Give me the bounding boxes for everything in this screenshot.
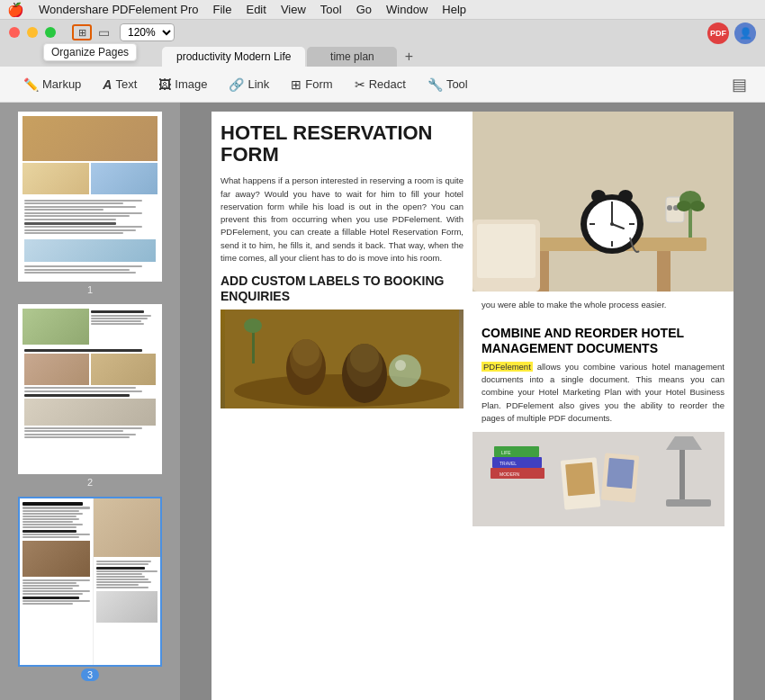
svg-rect-40 [666, 499, 711, 507]
close-button[interactable] [9, 27, 20, 38]
menu-go[interactable]: Go [356, 3, 372, 16]
svg-text:TRAVEL: TRAVEL [500, 461, 517, 466]
menu-window[interactable]: Window [386, 3, 428, 16]
text-button[interactable]: A Text [94, 74, 146, 95]
pdf-app-icon[interactable]: PDF [707, 22, 729, 44]
svg-point-26 [610, 222, 614, 226]
form-button[interactable]: ⊞ Form [282, 74, 341, 95]
menu-file[interactable]: File [213, 3, 232, 16]
svg-point-27 [591, 190, 606, 202]
right-column-text-1: you were able to make the whole process … [472, 292, 734, 319]
menu-edit[interactable]: Edit [246, 3, 266, 16]
hotel-reservation-heading: HOTEL RESERVATION FORM [220, 122, 464, 166]
apple-menu[interactable]: 🍎 [7, 2, 24, 18]
page-1-number: 1 [87, 284, 93, 295]
redact-icon: ✂ [355, 77, 365, 92]
text-icon: A [103, 77, 112, 92]
image-icon: 🖼 [158, 77, 171, 92]
svg-point-8 [389, 354, 421, 387]
app-name: Wondershare PDFelement Pro [39, 3, 199, 16]
markup-icon: ✏️ [23, 77, 39, 92]
svg-rect-47 [607, 458, 634, 489]
tool-button[interactable]: 🔧 Tool [418, 74, 477, 95]
hotel-collage-image: MODERN TRAVEL LIFE [472, 432, 724, 526]
image-button[interactable]: 🖼 Image [149, 74, 216, 95]
markup-button[interactable]: ✏️ Markup [14, 74, 90, 95]
toolbar: ✏️ Markup A Text 🖼 Image 🔗 Link ⊞ Form ✂… [0, 67, 765, 103]
menu-help[interactable]: Help [442, 3, 466, 16]
page-thumbnails-panel: 1 [0, 103, 180, 700]
pdf-right-column: you were able to make the whole process … [472, 112, 734, 700]
sidebar-toggle-button[interactable]: ▤ [728, 71, 751, 98]
alarm-clock-image [472, 112, 734, 292]
svg-rect-10 [252, 328, 255, 363]
svg-point-28 [618, 190, 633, 202]
svg-rect-15 [657, 251, 670, 292]
view-controls: ⊞ ▭ [72, 24, 112, 40]
user-avatar[interactable]: 👤 [734, 22, 756, 44]
page-2-thumbnail[interactable]: 2 [0, 304, 180, 488]
svg-text:LIFE: LIFE [501, 450, 511, 455]
custom-labels-heading: ADD CUSTOM LABELS TO BOOKING ENQUIRIES [220, 274, 464, 304]
svg-rect-17 [477, 224, 536, 278]
grid-icon: ⊞ [78, 27, 86, 39]
redact-button[interactable]: ✂ Redact [346, 74, 415, 95]
page-2-number: 2 [87, 477, 93, 488]
link-button[interactable]: 🔗 Link [220, 74, 278, 95]
svg-point-30 [667, 205, 672, 211]
svg-point-11 [244, 319, 262, 333]
pdf-body-paragraph-1: What happens if a person interested in r… [220, 175, 464, 265]
tab-productivity[interactable]: productivity Modern Life [162, 47, 305, 67]
pdf-content-area: HOTEL RESERVATION FORM What happens if a… [180, 103, 765, 700]
svg-point-34 [677, 201, 691, 211]
pdfelement-highlight: PDFelement [482, 362, 533, 372]
minimize-button[interactable] [27, 27, 38, 38]
svg-point-35 [690, 201, 705, 211]
titlebar: ⊞ ▭ 120% Organize Pages PDF 👤 productivi… [0, 20, 765, 67]
maximize-button[interactable] [45, 27, 56, 38]
zoom-select[interactable]: 120% [120, 23, 175, 41]
svg-point-9 [395, 360, 406, 371]
organize-pages-badge: Organize Pages [43, 43, 137, 61]
menu-view[interactable]: View [281, 3, 306, 16]
link-icon: 🔗 [229, 77, 244, 92]
menu-tool[interactable]: Tool [320, 3, 342, 16]
pdf-left-column: HOTEL RESERVATION FORM What happens if a… [212, 112, 472, 700]
pdf-page: HOTEL RESERVATION FORM What happens if a… [212, 112, 734, 700]
svg-rect-45 [565, 462, 595, 496]
main-area: 1 [0, 103, 765, 700]
pine-cones-image [220, 310, 464, 408]
page-layout-button[interactable]: ▭ [95, 24, 112, 40]
svg-point-4 [292, 339, 320, 366]
menubar: 🍎 Wondershare PDFelement Pro File Edit V… [0, 0, 765, 20]
svg-rect-38 [680, 450, 685, 504]
svg-text:MODERN: MODERN [500, 471, 520, 477]
page-1-thumbnail[interactable]: 1 [0, 112, 180, 295]
page-3-thumbnail[interactable]: 3 [0, 497, 180, 680]
combine-body-paragraph: PDFelement allows you combine various ho… [472, 361, 734, 425]
grid-view-button[interactable]: ⊞ [72, 24, 92, 40]
pdf-page-inner: HOTEL RESERVATION FORM What happens if a… [212, 112, 734, 700]
tool-icon: 🔧 [428, 77, 443, 92]
tab-timeplan[interactable]: time plan [307, 47, 397, 67]
form-icon: ⊞ [291, 77, 302, 92]
new-tab-button[interactable]: + [399, 47, 418, 67]
combine-heading: COMBINE AND REORDER HOTEL MANAGEMENT DOC… [482, 326, 724, 356]
page-3-number: 3 [81, 669, 99, 680]
svg-point-7 [350, 344, 379, 372]
